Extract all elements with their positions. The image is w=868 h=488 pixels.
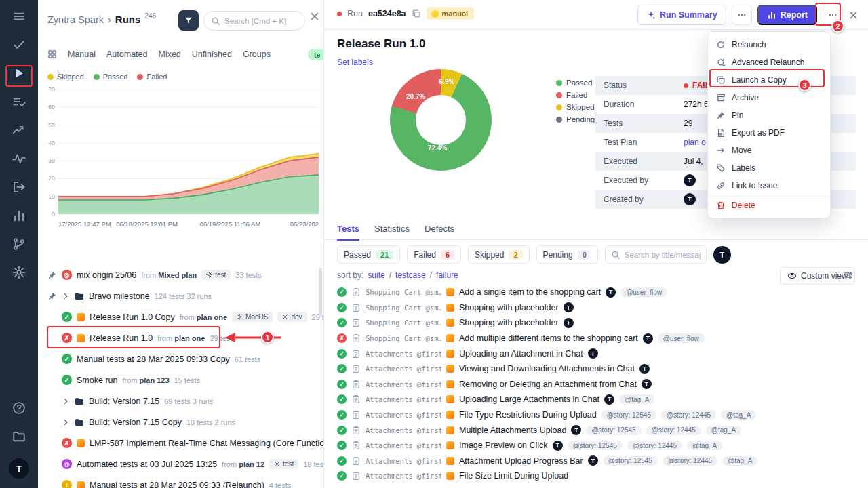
analytics-icon[interactable] [12, 123, 26, 137]
svg-text:50: 50 [48, 122, 55, 129]
test-suite: Attachments @first [366, 472, 441, 480]
runs-tab-groups[interactable]: Groups [243, 49, 271, 59]
test-plan-link[interactable]: plan o [684, 138, 706, 147]
scrollbar[interactable] [319, 268, 322, 317]
user-avatar[interactable]: T [9, 458, 29, 479]
run-list-item[interactable]: ✓Smoke runfrom plan 12315 tests [38, 369, 324, 390]
tests-search[interactable] [605, 245, 707, 264]
runs-tab-manual[interactable]: Manual [68, 49, 96, 59]
run-list-item[interactable]: !Manual tests at 28 Mar 2025 09:33 (Rela… [38, 474, 324, 488]
run-list-item[interactable]: ✗LMP-587 Implement Real-Time Chat Messag… [38, 432, 324, 453]
menu-item-delete[interactable]: Delete [708, 196, 830, 214]
runs-tab-mixed[interactable]: Mixed [158, 49, 180, 59]
test-title: File Type Restrictions During Upload [459, 410, 597, 420]
run-id-group: Run ea524e8a manual [337, 7, 474, 20]
test-row[interactable]: ✓Attachments @firstFile Size Limit Durin… [324, 468, 868, 484]
filter-pending[interactable]: Pending0 [536, 245, 598, 264]
help-icon[interactable] [12, 401, 26, 415]
assignee-badge: T [588, 455, 598, 466]
test-tag: @story: 12445 [646, 426, 701, 435]
clipboard-icon [351, 456, 361, 466]
integrations-icon[interactable] [12, 237, 26, 251]
menu-item-move[interactable]: Move [708, 142, 830, 159]
runs-icon[interactable] [12, 66, 26, 80]
assignee-filter-avatar[interactable]: T [713, 246, 731, 264]
report-button[interactable]: Report [757, 5, 817, 25]
test-row[interactable]: ✗Shopping Cart @sm…Add multiple differen… [324, 331, 868, 346]
projects-icon[interactable] [12, 430, 26, 443]
run-list-item[interactable]: Build: Version 7.15 Copy18 tests 2 runs [38, 411, 324, 432]
runs-tab-automated[interactable]: Automated [106, 49, 147, 59]
test-plans-icon[interactable] [12, 95, 26, 108]
test-row[interactable]: ✓Attachments @firstMultiple Attachments … [324, 422, 868, 438]
run-list-item[interactable]: ◎mix origin 25/06from Mixed plantest33 t… [38, 264, 324, 285]
activity-icon[interactable] [12, 152, 26, 165]
clipboard-icon [351, 333, 361, 343]
test-row[interactable]: ✓Attachments @firstViewing and Downloadi… [324, 361, 868, 377]
settings-icon[interactable] [12, 266, 26, 279]
run-list-item[interactable]: ✗Release Run 1.0from plan one29 tests [38, 327, 324, 348]
test-row[interactable]: ✓Attachments @firstImage Preview on Clic… [324, 438, 868, 453]
panel-close-icon[interactable] [309, 11, 320, 22]
fox-emoji-icon [446, 380, 454, 388]
filter-failed[interactable]: Failed6 [407, 245, 461, 264]
menu-item-launch-a-copy[interactable]: Launch a Copy [708, 71, 830, 89]
menu-item-relaunch[interactable]: Relaunch [708, 36, 830, 54]
tests-search-input[interactable] [625, 251, 701, 259]
tab-statistics[interactable]: Statistics [374, 224, 410, 241]
run-title: Release Run 1.0 Copy [90, 312, 175, 322]
menu-item-link-to-issue[interactable]: Link to Issue [708, 177, 830, 195]
run-title: Release Run 1.0 [90, 333, 153, 343]
hamburger-icon[interactable] [12, 9, 26, 23]
filter-skipped[interactable]: Skipped2 [468, 245, 530, 264]
test-row[interactable]: ✓Attachments @firstFile Type Restriction… [324, 407, 868, 423]
test-row[interactable]: ✓Shopping Cart @sm…Shopping with placeho… [324, 300, 868, 316]
test-row[interactable]: ✓Attachments @firstRemoving or Deleting … [324, 377, 868, 392]
menu-item-export-as-pdf[interactable]: Export as PDF [708, 124, 830, 142]
run-list-item[interactable]: @Automated tests at 03 Jul 2025 13:25fro… [38, 453, 324, 474]
menu-item-pin[interactable]: Pin [708, 106, 830, 124]
filter-passed[interactable]: Passed21 [337, 245, 400, 264]
test-row[interactable]: ✓Attachments @firstAttachment Upload Pro… [324, 453, 868, 469]
run-list-item[interactable]: ✓Release Run 1.0 Copyfrom plan oneMacOSd… [38, 306, 324, 327]
more-button-secondary[interactable] [732, 5, 752, 25]
chevron-right-icon[interactable] [62, 292, 70, 300]
copy-icon[interactable] [412, 9, 421, 18]
chevron-right-icon[interactable] [62, 418, 70, 426]
view-grid-icon[interactable] [47, 49, 57, 59]
set-labels-link[interactable]: Set labels [337, 58, 373, 68]
sort-by-suite[interactable]: suite [368, 270, 384, 280]
breadcrumb-project[interactable]: Zyntra Spark [47, 14, 104, 25]
run-summary-button[interactable]: Run Summary [637, 5, 726, 25]
sort-by-failure[interactable]: failure [436, 270, 458, 280]
tab-defects[interactable]: Defects [425, 224, 454, 241]
menu-item-archive[interactable]: Archive [708, 89, 830, 106]
test-row[interactable]: ✓Shopping Cart @sm…Shopping with placeho… [324, 315, 868, 331]
test-row[interactable]: ✓Shopping Cart @sm…Add a single item to … [324, 285, 868, 300]
fox-emoji-icon [446, 288, 454, 296]
run-list-item[interactable]: Bravo milestone124 tests 32 runs [38, 285, 324, 306]
tab-tests[interactable]: Tests [337, 224, 359, 241]
export-icon[interactable] [12, 180, 26, 194]
run-list-item[interactable]: ✓Manual tests at 28 Mar 2025 09:33 Copy6… [38, 348, 324, 369]
test-status-icon: ✓ [337, 287, 347, 297]
menu-item-advanced-relaunch[interactable]: Advanced Relaunch [708, 54, 830, 71]
tab-badge[interactable]: te [308, 49, 324, 60]
run-tag-chip: MacOS [232, 312, 273, 322]
test-row[interactable]: ✓Attachments @firstUploading an Attachme… [324, 346, 868, 361]
runs-tab-unfinished[interactable]: Unfinished [192, 49, 232, 59]
runs-search[interactable] [203, 11, 305, 30]
filter-button[interactable] [178, 10, 199, 30]
reports-icon[interactable] [12, 209, 26, 222]
menu-item-labels[interactable]: Labels [708, 159, 830, 177]
run-list-item[interactable]: Build: Version 7.1569 tests 3 runs [38, 390, 324, 411]
view-settings-icon[interactable] [844, 270, 853, 280]
sort-by-testcase[interactable]: testcase [395, 270, 426, 280]
runs-search-input[interactable] [224, 17, 298, 25]
test-row[interactable]: ✓Attachments @firstUploading Large Attac… [324, 392, 868, 407]
more-button[interactable] [823, 5, 843, 25]
test-cases-icon[interactable] [12, 38, 26, 52]
test-tag: @user_flow [658, 333, 705, 343]
chevron-right-icon[interactable] [62, 397, 70, 405]
close-icon[interactable] [848, 10, 859, 20]
